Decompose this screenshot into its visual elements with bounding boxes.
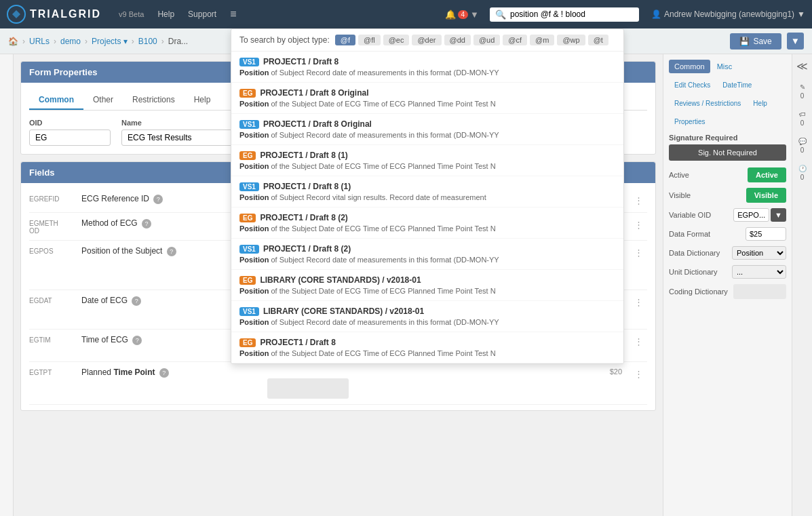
search-result-item[interactable]: EG PROJECT1 / Draft 8 Original Position … xyxy=(231,83,623,114)
props-tab-datetime[interactable]: DateTime xyxy=(717,79,757,92)
field-oid: EGREFID xyxy=(29,194,73,203)
help-icon[interactable]: ? xyxy=(167,247,176,256)
field-more-btn[interactable]: ⋮ xyxy=(630,368,647,380)
help-icon[interactable]: ? xyxy=(159,368,169,378)
search-result-title: EG PROJECT1 / Draft 8 (1) xyxy=(239,151,615,160)
help-icon[interactable]: ? xyxy=(132,296,141,306)
result-desc: Position of the Subject Date of ECG Time… xyxy=(239,224,615,233)
signature-button[interactable]: Sig. Not Required xyxy=(669,144,786,161)
result-desc: Position of Subject Record vital sign re… xyxy=(239,193,615,201)
props-tab-properties[interactable]: Properties xyxy=(669,115,711,128)
help-link[interactable]: Help xyxy=(152,7,180,22)
variable-oid-label: Variable OID xyxy=(669,211,711,219)
notification-bell[interactable]: 🔔 4 ▼ xyxy=(445,9,479,20)
breadcrumb-projects[interactable]: Projects ▾ xyxy=(92,37,128,46)
help-icon[interactable]: ? xyxy=(142,219,151,229)
search-result-item[interactable]: EG PROJECT1 / Draft 8 (1) Position of th… xyxy=(231,145,623,176)
oid-input[interactable] xyxy=(29,130,111,146)
global-search[interactable]: 🔍 xyxy=(490,7,639,22)
search-type-der[interactable]: @der xyxy=(412,35,441,45)
field-more-btn[interactable]: ⋮ xyxy=(630,246,647,259)
tab-common[interactable]: Common xyxy=(29,91,83,110)
tag-sidebar-item[interactable]: 🏷 0 xyxy=(799,111,806,127)
menu-link[interactable]: ≡ xyxy=(225,5,241,23)
props-tab-common[interactable]: Common xyxy=(669,60,710,73)
props-tab-misc[interactable]: Misc xyxy=(712,60,738,73)
search-type-t[interactable]: @t xyxy=(588,35,608,45)
right-properties-panel: Common Misc Edit Checks DateTime Reviews… xyxy=(663,54,792,516)
breadcrumb-demo[interactable]: demo xyxy=(60,37,81,46)
support-link[interactable]: Support xyxy=(182,7,222,22)
result-highlight: Position xyxy=(239,162,269,170)
search-type-dd[interactable]: @dd xyxy=(444,35,471,45)
breadcrumb-b100[interactable]: B100 xyxy=(138,37,157,46)
result-highlight: Position xyxy=(239,100,269,108)
field-input-area: $20 xyxy=(267,368,622,399)
coding-dictionary-control xyxy=(733,284,786,299)
home-icon[interactable]: 🏠 xyxy=(8,37,18,46)
variable-oid-dropdown-btn[interactable]: ▼ xyxy=(771,208,786,222)
history-sidebar-item[interactable]: 🕐 0 xyxy=(798,165,807,181)
data-dictionary-select[interactable]: Position xyxy=(732,246,786,260)
unit-dictionary-select[interactable]: ... xyxy=(732,265,786,279)
field-more-btn[interactable]: ⋮ xyxy=(630,296,647,309)
collapse-icon[interactable]: ≪ xyxy=(796,60,808,73)
search-type-fl[interactable]: @fl xyxy=(358,35,381,45)
save-dropdown-button[interactable]: ▼ xyxy=(787,33,804,49)
search-result-item[interactable]: EG LIBRARY (CORE STANDARDS) / v2018-01 P… xyxy=(231,270,623,301)
tab-help[interactable]: Help xyxy=(185,91,220,110)
variable-oid-row: Variable OID EGPO... ▼ xyxy=(669,208,786,222)
tab-other[interactable]: Other xyxy=(83,91,123,110)
field-oid: EGPOS xyxy=(29,246,73,255)
search-result-item[interactable]: VS1 LIBRARY (CORE STANDARDS) / v2018-01 … xyxy=(231,301,623,332)
tab-restrictions[interactable]: Restrictions xyxy=(123,91,185,110)
props-tab-edit-checks[interactable]: Edit Checks xyxy=(669,79,716,92)
active-button[interactable]: Active xyxy=(748,167,786,182)
breadcrumb-draft: Dra... xyxy=(168,37,188,46)
comment-sidebar-item[interactable]: 💬 0 xyxy=(798,138,807,154)
search-type-ud[interactable]: @ud xyxy=(473,35,500,45)
field-oid: EGDAT xyxy=(29,296,73,304)
props-tab-reviews[interactable]: Reviews / Restrictions xyxy=(669,97,746,110)
search-result-item[interactable]: VS1 PROJECT1 / Draft 8 (1) Position of S… xyxy=(231,176,623,207)
search-result-item[interactable]: VS1 PROJECT1 / Draft 8 Position of Subje… xyxy=(231,52,623,83)
field-more-btn[interactable]: ⋮ xyxy=(630,218,647,231)
user-menu[interactable]: 👤 Andrew Newbigging (anewbigging1) ▼ xyxy=(651,9,805,19)
result-desc: Position of the Subject Date of ECG Time… xyxy=(239,349,615,357)
annotation-sidebar-item[interactable]: ✎ 0 xyxy=(800,83,805,100)
field-more-btn[interactable]: ⋮ xyxy=(630,335,647,348)
unit-dictionary-control: ... xyxy=(732,265,786,279)
field-more-btn[interactable]: ⋮ xyxy=(630,194,647,207)
data-format-label: Data Format xyxy=(669,230,710,238)
help-icon[interactable]: ? xyxy=(132,336,142,345)
visible-button[interactable]: Visible xyxy=(746,188,786,203)
search-type-m[interactable]: @m xyxy=(530,35,554,45)
save-button[interactable]: 💾 Save xyxy=(730,33,781,49)
result-badge: VS1 xyxy=(239,307,259,316)
field-name: Planned Time Point ? xyxy=(81,368,259,378)
result-desc: Position of the Subject Date of ECG Time… xyxy=(239,162,615,170)
search-result-item[interactable]: EG PROJECT1 / Draft 8 (2) Position of th… xyxy=(231,207,623,239)
data-format-input[interactable] xyxy=(746,227,786,241)
variable-oid-control: EGPO... ▼ xyxy=(733,208,786,222)
breadcrumb-urls[interactable]: URLs xyxy=(29,37,50,46)
search-type-label: To search by object type: xyxy=(239,35,330,45)
bell-icon: 🔔 xyxy=(445,9,456,20)
tag-icon: 🏷 xyxy=(799,111,806,118)
search-result-item[interactable]: EG PROJECT1 / Draft 8 Position of the Su… xyxy=(231,332,623,363)
breadcrumb-sep-2: › xyxy=(54,37,56,46)
data-format-row: Data Format xyxy=(669,227,786,241)
annotation-count: 0 xyxy=(800,92,805,100)
search-type-wp[interactable]: @wp xyxy=(557,35,585,45)
data-dictionary-control: Position xyxy=(732,246,786,260)
search-type-ec[interactable]: @ec xyxy=(383,35,410,45)
comment-icon: 💬 xyxy=(798,138,807,145)
search-type-cf[interactable]: @cf xyxy=(503,35,527,45)
help-icon[interactable]: ? xyxy=(153,195,163,204)
search-result-item[interactable]: VS1 PROJECT1 / Draft 8 (2) Position of S… xyxy=(231,239,623,270)
search-type-f[interactable]: @f xyxy=(335,35,355,45)
result-highlight: Position xyxy=(239,318,269,326)
props-tab-help[interactable]: Help xyxy=(748,97,773,110)
search-result-item[interactable]: VS1 PROJECT1 / Draft 8 Original Position… xyxy=(231,114,623,145)
search-input[interactable] xyxy=(510,9,632,19)
